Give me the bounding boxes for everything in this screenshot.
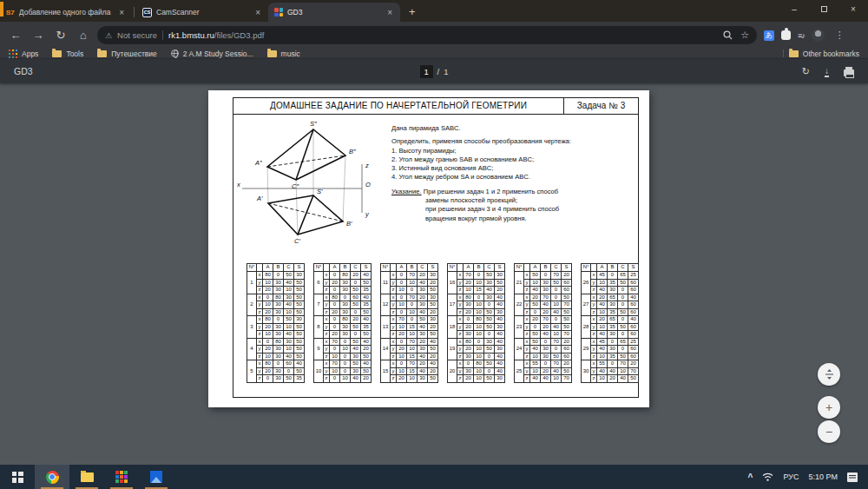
wifi-icon[interactable] xyxy=(762,472,773,481)
coord-label: x xyxy=(391,338,397,346)
coord-value: 50 xyxy=(562,316,572,324)
page-number-input[interactable]: 1 xyxy=(420,65,433,78)
address-bar[interactable]: ⚠ Not secure rk1.bmstu.ru/files/GD3.pdf … xyxy=(97,26,757,44)
coord-value: 0 xyxy=(618,287,628,294)
taskbar-explorer[interactable] xyxy=(69,465,104,489)
coord-value: 0 xyxy=(330,375,340,383)
start-button[interactable] xyxy=(0,465,35,489)
playlist-extension-icon[interactable]: ≡♪ xyxy=(798,31,805,40)
tab-title: CamScanner xyxy=(156,8,249,17)
coord-value: 50 xyxy=(428,301,438,309)
bookmark-item[interactable]: Tools xyxy=(52,50,83,58)
taskbar-app[interactable] xyxy=(104,465,139,489)
variant-number: 12 xyxy=(381,294,391,316)
point-label: C″ xyxy=(292,182,299,190)
table-header-cell: B xyxy=(407,264,418,272)
coord-value: 20 xyxy=(263,287,273,294)
coord-label: x xyxy=(524,272,530,280)
maximize-button[interactable] xyxy=(809,0,838,17)
zoom-in-button[interactable]: + xyxy=(818,396,840,419)
rotate-icon[interactable]: ↻ xyxy=(802,66,810,77)
reload-button[interactable]: ↻ xyxy=(52,29,69,42)
variant-number: 21 xyxy=(515,272,524,294)
extension-icon[interactable] xyxy=(781,30,791,40)
page-total: 1 xyxy=(444,67,448,76)
coord-value: 20 xyxy=(464,279,474,287)
bookmark-item[interactable]: 2 A.M Study Sessio... xyxy=(171,50,253,58)
coord-value: 0 xyxy=(618,316,628,324)
table-row: 9x7005040 xyxy=(314,338,372,346)
taskbar-chrome[interactable] xyxy=(35,465,69,489)
coord-value: 50 xyxy=(294,367,305,375)
taskbar-photos[interactable] xyxy=(139,465,174,489)
close-icon[interactable]: × xyxy=(385,8,394,17)
coord-value: 30 xyxy=(273,287,284,294)
coord-value: 20 xyxy=(263,308,273,316)
table-row: 14x0702040 xyxy=(381,338,438,346)
coord-label: y xyxy=(524,323,530,331)
table-row: 11x0702030 xyxy=(381,272,438,280)
close-icon[interactable]: × xyxy=(117,8,126,17)
coord-value: 0 xyxy=(330,323,340,331)
notification-center-icon[interactable] xyxy=(847,472,858,482)
coord-value: 0 xyxy=(551,294,562,301)
url-text[interactable]: rk1.bmstu.ru/files/GD3.pdf xyxy=(168,30,264,40)
coord-value: 0 xyxy=(330,272,340,280)
profile-avatar[interactable] xyxy=(812,29,825,42)
close-icon[interactable]: × xyxy=(253,8,262,17)
chrome-menu-icon[interactable]: ⋮ xyxy=(832,30,848,41)
forward-button[interactable]: → xyxy=(30,29,47,42)
task-item: 3. Истинный вид основания ABC; xyxy=(391,164,636,173)
table-header-cell: N° xyxy=(247,264,257,272)
tray-chevron-icon[interactable]: ^ xyxy=(748,472,753,482)
coord-label: z xyxy=(457,353,464,360)
pdf-viewport[interactable]: ДОМАШНЕЕ ЗАДАНИЕ ПО НАЧЕРТАТЕЛЬНОЙ ГЕОМЕ… xyxy=(0,83,868,465)
coord-value: 70 xyxy=(407,294,418,301)
tab-file-upload[interactable]: S7 Добавление одного файла » Сп × xyxy=(0,3,132,22)
variant-table: N°ABCS21x5007020y10305060z403006022x2070… xyxy=(514,263,572,383)
language-indicator[interactable]: РУС xyxy=(783,472,799,481)
other-bookmarks-label: Other bookmarks xyxy=(803,50,859,58)
other-bookmarks-button[interactable]: Other bookmarks xyxy=(789,50,859,58)
coord-value: 40 xyxy=(628,294,639,301)
coord-value: 20 xyxy=(330,279,340,287)
translate-extension-icon[interactable]: あ xyxy=(764,30,774,41)
tab-gd3-active[interactable]: GD3 × xyxy=(268,3,400,22)
back-button[interactable]: ← xyxy=(7,29,24,42)
not-secure-warning-icon[interactable]: ⚠ xyxy=(105,31,112,40)
zoom-indicator-icon[interactable] xyxy=(723,30,733,40)
note-label: Указание. xyxy=(391,188,422,195)
coord-value: 40 xyxy=(618,375,628,383)
coord-value: 50 xyxy=(294,279,305,287)
print-icon[interactable] xyxy=(844,69,854,76)
table-row: 2x0803050 xyxy=(247,294,305,301)
coord-value: 0 xyxy=(541,338,551,346)
tab-camscanner[interactable]: CS CamScanner × xyxy=(136,3,268,22)
coord-value: 20 xyxy=(464,375,474,383)
bookmark-item[interactable]: Путешествие xyxy=(97,50,157,58)
coord-label: x xyxy=(257,316,263,324)
bookmark-star-icon[interactable]: ☆ xyxy=(740,30,749,41)
coord-value: 30 xyxy=(351,353,361,360)
coord-value: 10 xyxy=(597,308,608,316)
fit-page-button[interactable] xyxy=(818,363,840,386)
coord-value: 0 xyxy=(407,301,418,309)
minimize-button[interactable]: – xyxy=(779,0,809,17)
coord-value: 50 xyxy=(530,301,541,309)
zoom-out-button[interactable]: − xyxy=(818,420,840,443)
bookmark-item[interactable]: music xyxy=(267,50,300,58)
security-label[interactable]: Not secure xyxy=(117,30,157,40)
new-tab-button[interactable]: + xyxy=(400,5,424,22)
download-icon[interactable]: ↓ xyxy=(825,66,829,77)
coord-label: x xyxy=(591,338,597,346)
close-window-button[interactable]: × xyxy=(838,0,868,17)
table-header-cell: N° xyxy=(515,264,524,272)
clock[interactable]: 5:10 PM xyxy=(808,472,838,481)
home-button[interactable]: ⌂ xyxy=(75,29,92,42)
bookmark-item[interactable]: Apps xyxy=(9,50,38,58)
coord-value: 50 xyxy=(628,375,639,383)
coord-value: 35 xyxy=(608,279,618,287)
task-item: 4. Угол между ребром SA и основанием ABC… xyxy=(391,173,636,182)
coord-label: y xyxy=(524,346,530,354)
coord-label: z xyxy=(391,375,397,383)
